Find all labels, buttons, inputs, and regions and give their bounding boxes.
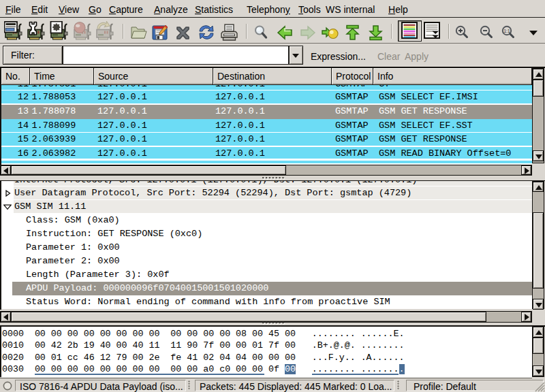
- svg-text:1:1: 1:1: [503, 29, 510, 33]
